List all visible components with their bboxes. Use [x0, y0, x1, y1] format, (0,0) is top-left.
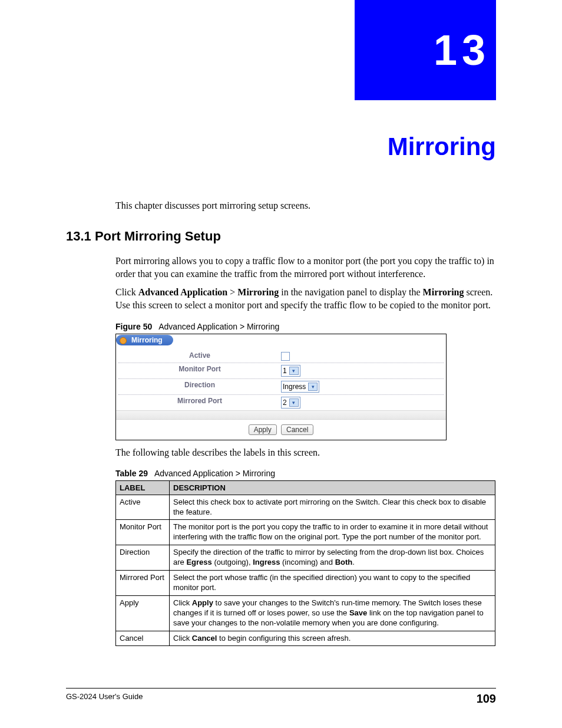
text: (outgoing),: [212, 558, 253, 566]
select-value: 1: [283, 367, 287, 375]
select-value: 2: [283, 398, 287, 407]
monitor-port-select[interactable]: 1 ▾: [281, 365, 300, 377]
table-row: Mirrored Port Select the port whose traf…: [116, 571, 495, 596]
table-cell-desc: Select this check box to activate port m…: [170, 495, 495, 520]
table-caption-text: Advanced Application > Mirroring: [154, 469, 275, 478]
chevron-down-icon: ▾: [289, 367, 299, 375]
mirrored-port-select[interactable]: 2 ▾: [281, 397, 300, 409]
table-header-label: LABEL: [116, 480, 170, 495]
chevron-down-icon: ▾: [289, 398, 299, 407]
figure-label-monitor-port: Monitor Port: [118, 365, 281, 377]
text: Click: [173, 634, 192, 643]
text: .: [352, 558, 355, 566]
text: Click: [173, 598, 192, 607]
page-footer: GS-2024 User's Guide 109: [66, 688, 496, 706]
section-paragraph-2: Click Advanced Application > Mirroring i…: [115, 286, 496, 311]
chapter-intro: This chapter discusses port mirroring se…: [115, 200, 496, 211]
table-caption: Table 29 Advanced Application > Mirrorin…: [115, 469, 496, 478]
bold-text: Save: [349, 608, 367, 617]
text: Click: [115, 287, 138, 297]
text: in the navigation panel to display the: [279, 287, 422, 297]
section-paragraph-1: Port mirroring allows you to copy a traf…: [115, 255, 496, 280]
footer-guide-name: GS-2024 User's Guide: [66, 692, 143, 706]
bold-text: Mirroring: [423, 287, 464, 297]
figure-screenshot: Mirroring Active Monitor Port 1 ▾: [115, 334, 447, 440]
apply-button[interactable]: Apply: [249, 424, 277, 435]
figure-label-direction: Direction: [118, 381, 281, 393]
table-cell-label: Monitor Port: [116, 520, 170, 545]
table-row: Apply Click Apply to save your changes t…: [116, 595, 495, 631]
table-cell-label: Direction: [116, 545, 170, 571]
table-row: Cancel Click Cancel to begin configuring…: [116, 631, 495, 646]
direction-select[interactable]: Ingress ▾: [281, 381, 319, 393]
table-cell-desc: Click Apply to save your changes to the …: [170, 595, 495, 631]
footer-page-number: 109: [477, 692, 496, 706]
table-cell-desc: Specify the direction of the traffic to …: [170, 545, 495, 571]
table-row: Active Select this check box to activate…: [116, 495, 495, 520]
cancel-button[interactable]: Cancel: [281, 424, 313, 435]
table-header-desc: DESCRIPTION: [170, 480, 495, 495]
active-checkbox[interactable]: [281, 352, 290, 361]
chapter-number-box: 13: [355, 0, 496, 100]
table-cell-desc: The monitor port is the port you copy th…: [170, 520, 495, 545]
select-value: Ingress: [283, 383, 306, 391]
table-cell-label: Active: [116, 495, 170, 520]
bold-text: Egress: [186, 558, 211, 566]
table-cell-desc: Click Cancel to begin configuring this s…: [170, 631, 495, 646]
figure-caption-text: Advanced Application > Mirroring: [158, 322, 279, 331]
bold-text: Mirroring: [237, 287, 279, 297]
table-row: Direction Specify the direction of the t…: [116, 545, 495, 571]
bold-text: Apply: [192, 598, 213, 607]
figure-label-mirrored-port: Mirrored Port: [118, 397, 281, 409]
table-cell-label: Mirrored Port: [116, 571, 170, 596]
figure-caption: Figure 50 Advanced Application > Mirrori…: [115, 322, 496, 331]
table-cell-desc: Select the port whose traffic (in the sp…: [170, 571, 495, 596]
section-heading: 13.1 Port Mirroring Setup: [66, 229, 496, 244]
bold-text: Cancel: [192, 634, 217, 643]
figure-caption-label: Figure 50: [115, 322, 152, 331]
figure-label-active: Active: [118, 351, 281, 360]
text: >: [227, 287, 237, 297]
chapter-title: Mirroring: [388, 133, 496, 161]
bold-text: Advanced Application: [138, 287, 228, 297]
table-cell-label: Apply: [116, 595, 170, 631]
bold-text: Ingress: [253, 558, 280, 566]
text: (incoming) and: [280, 558, 335, 566]
chevron-down-icon: ▾: [308, 383, 318, 391]
table-row: Monitor Port The monitor port is the por…: [116, 520, 495, 545]
table-caption-label: Table 29: [115, 469, 148, 478]
text: to begin configuring this screen afresh.: [217, 634, 351, 643]
description-table: LABEL DESCRIPTION Active Select this che…: [115, 480, 495, 647]
table-cell-label: Cancel: [116, 631, 170, 646]
bold-text: Both: [335, 558, 353, 566]
figure-tab: Mirroring: [116, 335, 173, 345]
after-figure-text: The following table describes the labels…: [115, 447, 496, 458]
